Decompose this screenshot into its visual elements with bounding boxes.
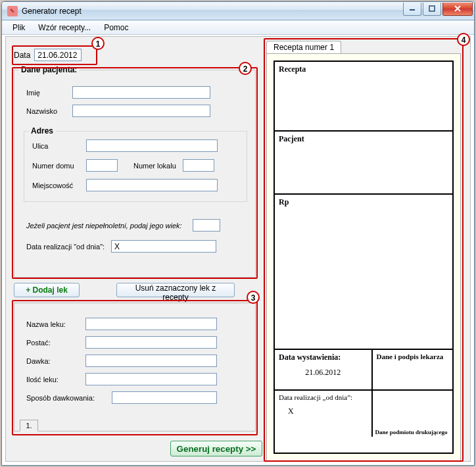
menubar: Plik Wzór recepty... Pomoc [2, 20, 474, 35]
annotation-number-3: 3 [247, 291, 260, 304]
titlebar[interactable]: ✎ Generator recept [2, 2, 474, 20]
preview-tabs: Recepta numer 1 [266, 41, 341, 54]
recept-section-recepta: Recepta [279, 64, 448, 74]
dawka-input[interactable] [85, 355, 217, 367]
generate-button[interactable]: Generuj recepty >> [170, 441, 262, 456]
patient-groupbox: Dane pacjenta: Imię Nazwisko Adres Ulica… [14, 70, 256, 278]
wiek-input[interactable] [193, 219, 220, 232]
med-buttons-row: + Dodaj lek Usuń zaznaczony lek z recept… [14, 283, 235, 297]
recept-data-wyst-label: Data wystawienia: [279, 353, 368, 362]
date-label: Data [14, 51, 30, 60]
maximize-button[interactable] [423, 3, 441, 16]
date-input[interactable] [34, 49, 82, 61]
preview-panel: Recepta Pacjent Rp Data wystawienia: 21.… [266, 53, 461, 461]
recept-dane-druk: Dane podmiotu drukującego [375, 429, 448, 435]
menu-plik[interactable]: Plik [6, 22, 32, 34]
patient-legend: Dane pacjenta: [18, 65, 80, 74]
sposob-label: Sposób dawkowania: [26, 394, 105, 402]
numer-lokalu-input[interactable] [183, 159, 214, 172]
miejscowosc-label: Miejscowość [32, 182, 80, 189]
minimize-icon [409, 5, 416, 12]
date-row: Data [14, 49, 82, 61]
recept-section-rp: Rp [279, 197, 448, 207]
minimize-button[interactable] [403, 3, 421, 16]
imie-input[interactable] [72, 86, 210, 99]
nazwisko-input[interactable] [72, 105, 210, 117]
recept-dane-lekarza: Dane i podpis lekarza [377, 353, 444, 360]
recept-data-real: X [288, 406, 368, 416]
adres-legend: Adres [28, 126, 56, 135]
menu-pomoc[interactable]: Pomoc [97, 22, 135, 34]
postac-input[interactable] [85, 336, 217, 349]
wiek-label: Jeżeli pacjent jest niepełnoletni, podaj… [26, 222, 182, 230]
window-title: Generator recept [22, 7, 402, 16]
remove-med-button[interactable]: Usuń zaznaczony lek z recepty [116, 283, 235, 297]
annotation-number-4: 4 [457, 33, 470, 46]
recept-section-pacjent: Pacjent [279, 134, 448, 144]
maximize-icon [429, 5, 435, 12]
postac-label: Postać: [26, 339, 79, 347]
close-button[interactable] [442, 3, 473, 16]
nazwa-input[interactable] [85, 318, 217, 330]
sposob-input[interactable] [112, 391, 217, 404]
menu-wzor-recepty[interactable]: Wzór recepty... [32, 22, 97, 34]
annotation-number-1: 1 [91, 37, 105, 50]
dawka-label: Dawka: [26, 357, 79, 365]
preview-tab-1[interactable]: Recepta numer 1 [266, 41, 341, 54]
app-window: ✎ Generator recept Plik Wzór recepty... … [1, 1, 475, 466]
recept-document: Recepta Pacjent Rp Data wystawienia: 21.… [274, 61, 454, 454]
realizacja-input[interactable] [111, 240, 216, 253]
app-icon: ✎ [7, 6, 18, 16]
miejscowosc-input[interactable] [86, 179, 218, 191]
realizacja-label: Data realizacji "od dnia": [26, 243, 105, 251]
recept-data-wyst: 21.06.2012 [279, 368, 368, 378]
nazwa-label: Nazwa leku: [26, 320, 79, 328]
med-tab-1[interactable]: 1. [20, 420, 38, 431]
numer-domu-label: Numer domu [32, 162, 80, 170]
svg-rect-1 [429, 6, 435, 11]
svg-rect-0 [410, 9, 415, 11]
ilosc-label: Ilość leku: [26, 376, 79, 383]
nazwisko-label: Nazwisko [26, 107, 66, 115]
add-med-button[interactable]: + Dodaj lek [14, 283, 80, 297]
numer-lokalu-label: Numer lokalu [133, 162, 176, 170]
recept-data-real-label: Data realizacji „od dnia”: [279, 393, 368, 401]
ilosc-input[interactable] [85, 373, 217, 385]
ulica-input[interactable] [86, 139, 218, 152]
adres-groupbox: Adres Ulica Numer domu Numer lokalu Miej… [24, 131, 247, 202]
close-icon [454, 5, 462, 12]
imie-label: Imię [26, 89, 66, 97]
ulica-label: Ulica [32, 142, 80, 150]
window-buttons [402, 3, 473, 16]
client-area: Data Dane pacjenta: Imię Nazwisko Adres … [5, 36, 471, 462]
numer-domu-input[interactable] [86, 159, 118, 172]
med-groupbox: Nazwa leku: Postać: Dawka: Ilość leku: S… [14, 303, 256, 431]
